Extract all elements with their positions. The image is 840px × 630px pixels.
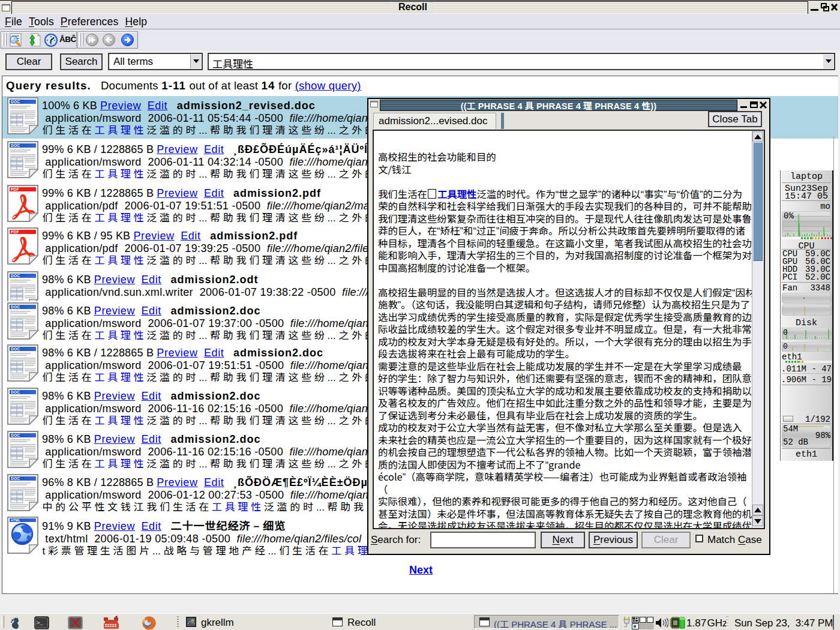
svg-text:DOC: DOC — [11, 390, 20, 394]
svg-text:DOC: DOC — [11, 476, 20, 481]
svg-text:>_: >_ — [37, 620, 43, 626]
svg-text:DOC: DOC — [11, 100, 20, 104]
svg-text:DOC: DOC — [11, 305, 20, 309]
svg-text:PDF: PDF — [11, 230, 19, 234]
svg-text:DOC: DOC — [11, 347, 20, 351]
svg-text:DOC: DOC — [11, 433, 20, 437]
svg-text:DOC: DOC — [11, 143, 20, 148]
svg-text:DOC: DOC — [11, 274, 20, 278]
svg-text:PDF: PDF — [11, 187, 19, 191]
svg-text:HTML: HTML — [11, 518, 21, 522]
